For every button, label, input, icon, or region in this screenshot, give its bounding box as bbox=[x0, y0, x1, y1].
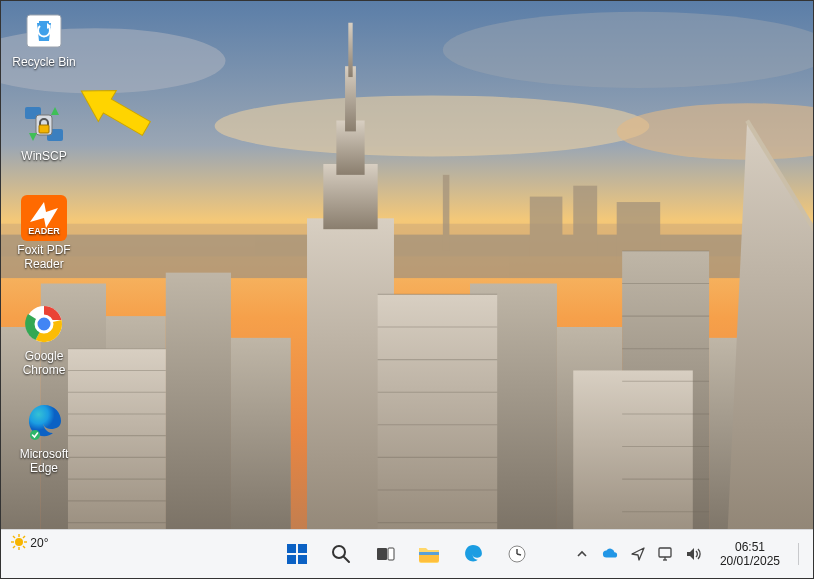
icon-label: Foxit PDF Reader bbox=[7, 243, 81, 271]
svg-marker-38 bbox=[51, 107, 59, 115]
clock-icon bbox=[507, 544, 527, 564]
svg-line-52 bbox=[23, 546, 25, 548]
tray-volume[interactable] bbox=[686, 546, 702, 562]
svg-line-54 bbox=[13, 546, 15, 548]
clock-app-button[interactable] bbox=[504, 541, 530, 567]
speaker-icon bbox=[686, 547, 702, 561]
svg-rect-58 bbox=[298, 555, 307, 564]
chrome-icon bbox=[21, 301, 67, 347]
svg-point-59 bbox=[333, 546, 345, 558]
task-view-button[interactable] bbox=[372, 541, 398, 567]
sun-icon bbox=[11, 534, 27, 550]
icon-label: Recycle Bin bbox=[7, 55, 81, 69]
taskbar-center bbox=[284, 541, 530, 567]
tray-overflow[interactable] bbox=[574, 546, 590, 562]
svg-rect-36 bbox=[39, 125, 49, 133]
recycle-bin-icon bbox=[21, 7, 67, 53]
svg-rect-61 bbox=[377, 548, 387, 560]
clock-time: 06:51 bbox=[720, 540, 780, 554]
taskbar-weather[interactable]: 20° bbox=[11, 534, 49, 550]
svg-rect-55 bbox=[287, 544, 296, 553]
svg-line-60 bbox=[344, 557, 349, 562]
start-button[interactable] bbox=[284, 541, 310, 567]
annotation-arrow bbox=[71, 81, 161, 141]
desktop-icon-winscp[interactable]: WinSCP bbox=[7, 101, 81, 163]
cloud-icon bbox=[602, 547, 618, 561]
tray-location[interactable] bbox=[630, 546, 646, 562]
taskview-icon bbox=[375, 544, 395, 564]
svg-rect-62 bbox=[388, 548, 394, 560]
desktop[interactable]: Recycle Bin WinSCP EADER bbox=[1, 1, 813, 530]
icon-label: WinSCP bbox=[7, 149, 81, 163]
svg-rect-56 bbox=[298, 544, 307, 553]
desktop-icon-chrome[interactable]: Google Chrome bbox=[7, 301, 81, 377]
file-explorer-button[interactable] bbox=[416, 541, 442, 567]
svg-line-67 bbox=[517, 554, 521, 555]
taskbar-divider bbox=[798, 543, 799, 565]
chevron-up-icon bbox=[576, 548, 588, 560]
edge-icon bbox=[21, 399, 67, 445]
winscp-icon bbox=[21, 101, 67, 147]
taskbar-tray: 06:51 20/01/2025 bbox=[574, 530, 805, 578]
tray-network[interactable] bbox=[658, 546, 674, 562]
search-icon bbox=[331, 544, 351, 564]
windows-icon bbox=[286, 543, 308, 565]
search-button[interactable] bbox=[328, 541, 354, 567]
send-icon bbox=[631, 547, 645, 561]
weather-temp: 20° bbox=[30, 536, 48, 550]
svg-point-46 bbox=[15, 538, 23, 546]
svg-marker-37 bbox=[29, 133, 37, 141]
monitor-icon bbox=[658, 547, 674, 561]
desktop-icon-edge[interactable]: Microsoft Edge bbox=[7, 399, 81, 475]
taskbar-clock[interactable]: 06:51 20/01/2025 bbox=[720, 540, 780, 568]
clock-date: 20/01/2025 bbox=[720, 554, 780, 568]
folder-icon bbox=[418, 544, 440, 564]
svg-rect-57 bbox=[287, 555, 296, 564]
svg-rect-69 bbox=[659, 548, 671, 557]
svg-line-51 bbox=[13, 536, 15, 538]
desktop-icon-recycle-bin[interactable]: Recycle Bin bbox=[7, 7, 81, 69]
svg-marker-72 bbox=[687, 548, 694, 560]
svg-marker-68 bbox=[632, 548, 644, 560]
icon-label: Google Chrome bbox=[7, 349, 81, 377]
svg-rect-64 bbox=[419, 552, 439, 555]
svg-line-53 bbox=[23, 536, 25, 538]
svg-marker-39 bbox=[30, 202, 58, 228]
tray-onedrive[interactable] bbox=[602, 546, 618, 562]
svg-text:EADER: EADER bbox=[28, 226, 60, 236]
taskbar: 20° bbox=[1, 529, 813, 578]
edge-icon bbox=[462, 543, 484, 565]
svg-marker-45 bbox=[72, 81, 155, 141]
icon-label: Microsoft Edge bbox=[7, 447, 81, 475]
edge-button[interactable] bbox=[460, 541, 486, 567]
desktop-icon-foxit[interactable]: EADER Foxit PDF Reader bbox=[7, 195, 81, 271]
foxit-icon: EADER bbox=[21, 195, 67, 241]
